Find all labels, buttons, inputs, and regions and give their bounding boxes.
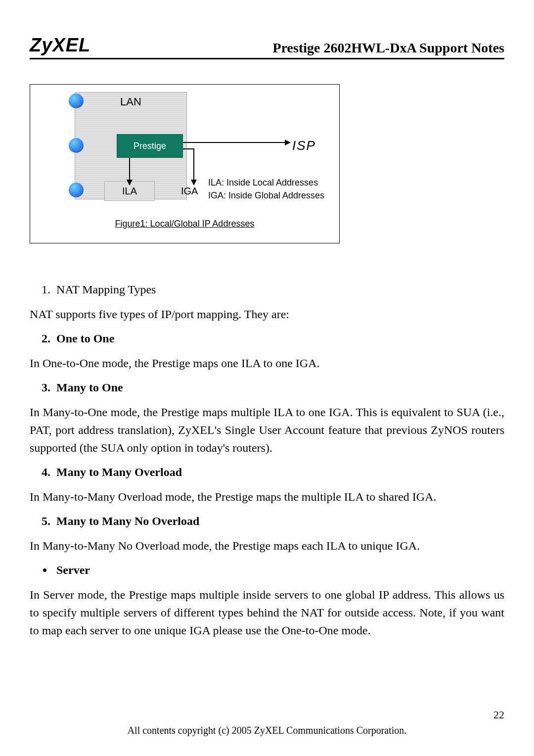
paragraph: In Many-to-Many No Overload mode, the Pr…: [30, 537, 504, 555]
copyright: All contents copyright (c) 2005 ZyXEL Co…: [0, 725, 534, 736]
page-title: Prestige 2602HWL-DxA Support Notes: [273, 40, 504, 56]
paragraph: In Many-to-Many Overload mode, the Prest…: [30, 488, 504, 506]
logo: ZyXEL: [30, 35, 90, 56]
connector-line: [182, 142, 286, 143]
figure-caption: Figure1: Local/Global IP Addresses: [30, 219, 339, 229]
arrow-down-icon: [191, 180, 197, 186]
list-item-many-to-many-overload: Many to Many Overload: [53, 466, 504, 479]
arrow-right-icon: [285, 140, 291, 145]
page-header: ZyXEL Prestige 2602HWL-DxA Support Notes: [30, 35, 504, 59]
isp-label: ISP: [292, 138, 316, 153]
node-dot-icon: [69, 138, 84, 153]
page-number: 22: [493, 709, 504, 721]
list-item-nat-mapping-types: NAT Mapping Types: [53, 283, 504, 296]
list-item-many-to-many-no-overload: Many to Many No Overload: [53, 515, 504, 528]
connector-line: [129, 157, 130, 181]
connector-line: [182, 148, 194, 149]
figure-diagram: LAN Prestige ISP IGA ILA ILA: Inside Loc…: [30, 84, 340, 243]
paragraph: In One-to-One mode, the Prestige maps on…: [30, 354, 504, 372]
list-item-one-to-one: One to One: [53, 332, 504, 345]
iga-label: IGA: [181, 186, 198, 197]
lan-label: LAN: [75, 95, 186, 108]
paragraph: NAT supports five types of IP/port mappi…: [30, 305, 504, 323]
figure-desc-iga: IGA: Inside Global Addresses: [208, 190, 324, 201]
node-dot-icon: [69, 183, 84, 197]
connector-line: [193, 148, 194, 181]
list-item-many-to-one: Many to One: [53, 381, 504, 394]
figure-desc-ila: ILA: Inside Local Addresses: [208, 178, 318, 188]
paragraph: In Many-to-One mode, the Prestige maps m…: [30, 403, 504, 457]
content: NAT Mapping Types NAT supports five type…: [30, 283, 504, 639]
arrow-down-icon: [127, 180, 133, 186]
node-dot-icon: [69, 94, 84, 108]
paragraph: In Server mode, the Prestige maps multip…: [30, 586, 504, 639]
list-item-server: Server: [53, 564, 504, 577]
prestige-box: Prestige: [117, 134, 183, 158]
